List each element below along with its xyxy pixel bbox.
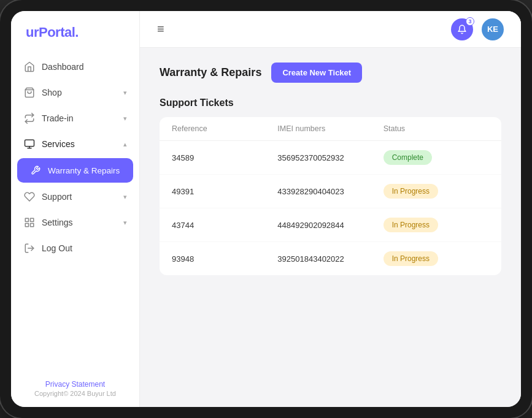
svg-rect-1 — [25, 140, 34, 146]
cell-status: Complete — [384, 150, 489, 165]
sidebar-item-shop[interactable]: Shop ▾ — [11, 80, 139, 105]
tickets-table: Reference IMEI numbers Status 34589 3569… — [160, 117, 501, 275]
status-badge: In Progress — [384, 184, 438, 199]
page-header: Warranty & Repairs Create New Ticket — [160, 63, 501, 83]
wrench-icon — [29, 164, 42, 177]
app-logo: urPortal. — [11, 11, 139, 51]
cell-imei: 392501843402022 — [277, 254, 383, 264]
cell-reference: 93948 — [172, 254, 277, 264]
svg-rect-7 — [25, 224, 28, 227]
menu-toggle-button[interactable]: ≡ — [157, 22, 164, 36]
topbar-right: 3 KE — [451, 18, 504, 40]
sidebar-item-dashboard[interactable]: Dashboard — [11, 54, 139, 80]
sidebar-item-support[interactable]: Support ▾ — [11, 184, 139, 210]
topbar: ≡ 3 KE — [140, 11, 521, 48]
support-label: Support — [42, 192, 72, 202]
cell-reference: 34589 — [172, 153, 277, 162]
services-chevron-icon: ▴ — [123, 140, 127, 148]
copyright-text: Copyright© 2024 Buyur Ltd — [23, 390, 127, 397]
settings-icon — [23, 216, 36, 229]
page-title: Warranty & Repairs — [160, 66, 261, 79]
sidebar-footer: Privacy Statement Copyright© 2024 Buyur … — [11, 370, 139, 407]
user-avatar[interactable]: KE — [482, 18, 504, 40]
notification-button[interactable]: 3 — [451, 18, 473, 40]
dashboard-label: Dashboard — [42, 62, 84, 72]
services-label: Services — [42, 139, 75, 149]
sidebar-item-trade-in[interactable]: Trade-in ▾ — [11, 105, 139, 131]
logout-icon — [23, 242, 36, 254]
trade-in-label: Trade-in — [42, 113, 74, 123]
sidebar: urPortal. Dashboard — [11, 11, 140, 407]
sidebar-item-logout[interactable]: Log Out — [11, 235, 139, 261]
tablet-frame: urPortal. Dashboard — [0, 0, 532, 418]
cell-status: In Progress — [384, 218, 489, 232]
status-badge: Complete — [384, 150, 432, 165]
table-row[interactable]: 43744 448492902092844 In Progress — [160, 208, 501, 242]
tablet-screen: urPortal. Dashboard — [11, 11, 521, 407]
hamburger-icon: ≡ — [157, 22, 164, 36]
page-content: Warranty & Repairs Create New Ticket Sup… — [140, 48, 521, 407]
section-title: Support Tickets — [160, 97, 501, 108]
logo-suffix: Portal. — [39, 25, 79, 40]
cell-imei: 448492902092844 — [277, 221, 383, 230]
table-row[interactable]: 34589 356952370052932 Complete — [160, 141, 501, 175]
svg-rect-5 — [31, 218, 34, 221]
trade-in-chevron-icon: ▾ — [123, 115, 127, 123]
notification-badge: 3 — [466, 17, 474, 26]
warranty-repairs-label: Warranty & Repairs — [48, 166, 120, 175]
shop-icon — [23, 86, 36, 99]
services-icon — [23, 138, 36, 150]
sidebar-nav: Dashboard Shop ▾ — [11, 51, 139, 370]
sidebar-item-settings[interactable]: Settings ▾ — [11, 210, 139, 235]
table-body: 34589 356952370052932 Complete 49391 433… — [160, 141, 501, 275]
logo-prefix: ur — [26, 25, 39, 40]
shop-label: Shop — [42, 88, 62, 97]
bell-icon — [457, 25, 467, 34]
table-header: Reference IMEI numbers Status — [160, 117, 501, 141]
cell-reference: 43744 — [172, 221, 277, 230]
dashboard-icon — [23, 61, 36, 73]
cell-reference: 49391 — [172, 187, 277, 196]
cell-status: In Progress — [384, 251, 489, 266]
sidebar-item-services[interactable]: Services ▴ — [11, 131, 139, 157]
shop-chevron-icon: ▾ — [123, 89, 127, 97]
cell-imei: 433928290404023 — [277, 187, 383, 196]
privacy-link[interactable]: Privacy Statement — [23, 380, 127, 389]
cell-status: In Progress — [384, 184, 489, 199]
col-header-status: Status — [384, 124, 489, 133]
sidebar-subitem-warranty-repairs[interactable]: Warranty & Repairs — [17, 158, 133, 183]
col-header-reference: Reference — [172, 124, 277, 133]
create-ticket-button[interactable]: Create New Ticket — [271, 63, 362, 83]
support-icon — [23, 191, 36, 203]
svg-rect-4 — [25, 218, 28, 221]
support-chevron-icon: ▾ — [123, 193, 127, 201]
table-row[interactable]: 49391 433928290404023 In Progress — [160, 175, 501, 208]
settings-chevron-icon: ▾ — [123, 219, 127, 227]
status-badge: In Progress — [384, 218, 438, 232]
logout-label: Log Out — [42, 243, 72, 253]
cell-imei: 356952370052932 — [277, 153, 383, 162]
table-row[interactable]: 93948 392501843402022 In Progress — [160, 242, 501, 275]
main-content: ≡ 3 KE Warranty & Repairs — [140, 11, 521, 407]
col-header-imei: IMEI numbers — [277, 124, 383, 133]
settings-label: Settings — [42, 218, 73, 227]
trade-in-icon — [23, 112, 36, 124]
svg-rect-6 — [31, 224, 34, 227]
status-badge: In Progress — [384, 251, 438, 266]
